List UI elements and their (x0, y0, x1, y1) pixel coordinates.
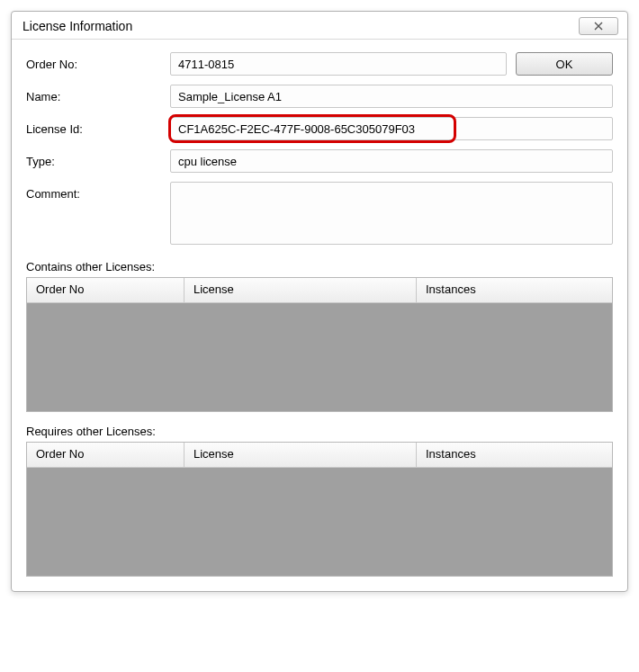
row-comment: Comment: (26, 182, 613, 247)
content-area: Order No: OK Name: License Id: Type: (12, 40, 627, 591)
row-type: Type: (26, 149, 613, 173)
window-title: License Information (22, 19, 132, 33)
requires-col-instances[interactable]: Instances (417, 443, 612, 468)
name-label: Name: (26, 85, 170, 103)
requires-col-license[interactable]: License (184, 443, 417, 468)
comment-textarea[interactable] (170, 182, 613, 245)
ok-button[interactable]: OK (516, 52, 613, 76)
type-input[interactable] (170, 149, 613, 173)
order-no-input[interactable] (170, 52, 507, 76)
close-button[interactable] (579, 17, 618, 35)
contains-section-label: Contains other Licenses: (26, 260, 613, 273)
name-input[interactable] (170, 85, 613, 108)
comment-label: Comment: (26, 182, 170, 201)
row-license-id: License Id: (26, 117, 613, 140)
contains-col-order-no[interactable]: Order No (27, 278, 184, 303)
license-id-label: License Id: (26, 117, 170, 136)
requires-section-label: Requires other Licenses: (26, 425, 613, 438)
titlebar: License Information (12, 12, 627, 40)
requires-table: Order No License Instances (26, 442, 613, 577)
contains-table: Order No License Instances (26, 277, 613, 412)
license-info-window: License Information Order No: OK Name: L… (11, 11, 628, 592)
contains-col-instances[interactable]: Instances (417, 278, 612, 303)
close-icon (593, 22, 604, 31)
row-name: Name: (26, 85, 613, 108)
contains-col-license[interactable]: License (184, 278, 417, 303)
order-no-label: Order No: (26, 52, 170, 71)
requires-table-header: Order No License Instances (27, 443, 612, 468)
contains-table-header: Order No License Instances (27, 278, 612, 303)
license-id-input[interactable] (170, 117, 613, 140)
requires-col-order-no[interactable]: Order No (27, 443, 184, 468)
row-order-no: Order No: OK (26, 52, 613, 76)
type-label: Type: (26, 149, 170, 168)
